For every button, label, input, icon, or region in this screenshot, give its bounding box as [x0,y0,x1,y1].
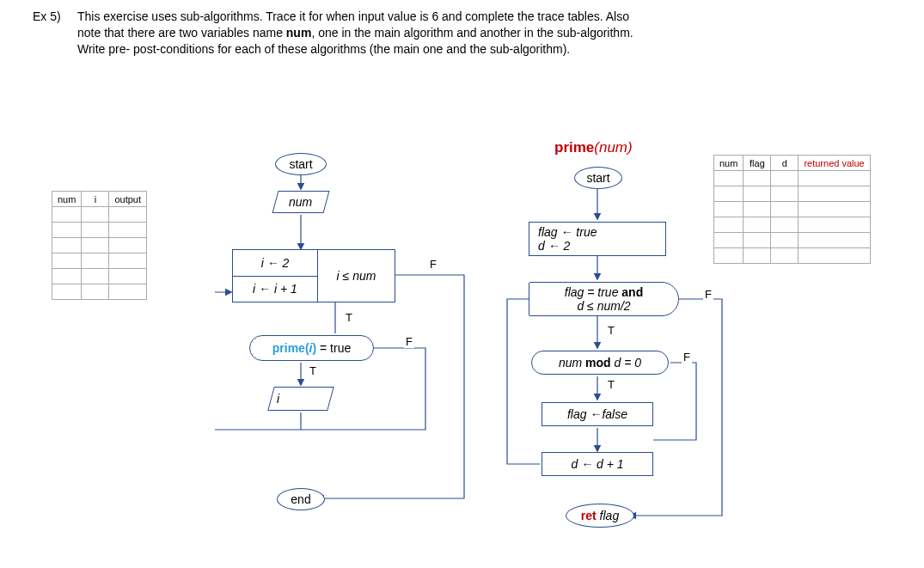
th-i: i [82,192,109,207]
sub-init-flag: flag ← true [538,225,597,239]
th-num: num [52,192,82,207]
sub-init-d: d ← 2 [538,239,570,253]
sub-cond1-false: F [703,288,713,301]
th2-d: d [771,156,799,171]
sub-cond2-true: T [606,378,616,391]
sub-ret: ret flag [566,504,634,528]
main-prime-false: F [404,335,414,348]
main-loop-false: F [428,258,438,271]
main-prime-call: prime(i) = true [249,335,374,361]
main-start: start [275,153,327,175]
exercise-label: Ex 5) [33,9,61,25]
loop-cond: i ≤ num [318,250,395,302]
sub-setflag: flag ←false [542,402,653,426]
sub-cond1-true: T [606,324,616,337]
sub-title: prime(num) [554,139,633,156]
loop-inc: i ← i + 1 [233,277,317,302]
sub-cond2-false: F [682,351,692,363]
th-output: output [109,192,147,207]
prime-call-name: prime( [272,341,309,355]
trace-table-main: num i output [52,191,147,300]
main-output-i: i [267,387,334,411]
sub-start: start [574,167,622,189]
th2-ret: returned value [799,156,870,171]
main-input-num: num [272,191,330,213]
sub-cond2: num mod d = 0 [531,351,669,375]
sub-cond1: flag = true and d ≤ num/2 [529,282,679,316]
ex-num-bold: num [286,26,312,40]
sub-init: flag ← true d ← 2 [529,222,666,256]
exercise-text: Ex 5) This exercise uses sub-algorithms.… [77,9,885,58]
main-prime-true: T [308,364,318,377]
sub-inc-d: d ← d + 1 [542,452,653,476]
ex-line2a: note that there are two variables name [77,26,286,40]
main-loop: i ← 2 i ← i + 1 i ≤ num [232,249,395,302]
main-loop-true: T [344,311,354,324]
main-end: end [277,488,325,510]
ex-line2b: , one in the main algorithm and another … [311,26,633,40]
ex-line1: This exercise uses sub-algorithms. Trace… [77,9,629,23]
flowchart-area: start num i ← 2 i ← i + 1 i ≤ num prime(… [215,120,748,559]
ex-line3: Write pre- post-conditions for each of t… [77,42,570,56]
loop-init: i ← 2 [233,250,317,277]
